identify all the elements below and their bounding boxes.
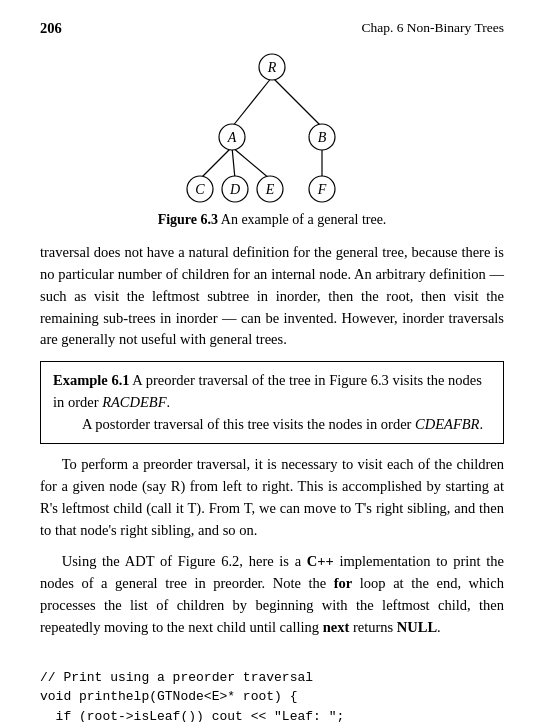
svg-line-1 xyxy=(272,77,322,127)
page-header: 206 Chap. 6 Non-Binary Trees xyxy=(40,18,504,39)
svg-text:A: A xyxy=(227,130,237,145)
paragraph-1: traversal does not have a natural defini… xyxy=(40,242,504,351)
svg-text:R: R xyxy=(267,60,277,75)
svg-text:B: B xyxy=(318,130,327,145)
code-line2: void printhelp(GTNode<E>* root) { xyxy=(40,689,297,704)
for-keyword: for xyxy=(334,575,353,591)
figure-caption-text: An example of a general tree. xyxy=(218,212,386,227)
example-p1-end: . xyxy=(167,394,171,410)
null-keyword: NULL xyxy=(397,619,437,635)
example-p2-end: . xyxy=(479,416,483,432)
figure-caption: Figure 6.3 An example of a general tree. xyxy=(40,210,504,230)
svg-line-2 xyxy=(200,147,232,179)
example-p2: A postorder traversal of this tree visit… xyxy=(82,416,415,432)
svg-text:C: C xyxy=(195,182,205,197)
svg-line-3 xyxy=(232,147,235,179)
example-title: Example 6.1 xyxy=(53,372,130,388)
example-math2: CDEAFBR xyxy=(415,416,479,432)
tree-svg: R A B C D E F xyxy=(152,49,392,204)
svg-text:D: D xyxy=(229,182,240,197)
paragraph-3: Using the ADT of Figure 6.2, here is a C… xyxy=(40,551,504,638)
example-box: Example 6.1 A preorder traversal of the … xyxy=(40,361,504,444)
tree-diagram: R A B C D E F xyxy=(40,49,504,204)
svg-line-4 xyxy=(232,147,270,179)
page-number: 206 xyxy=(40,18,62,39)
code-line1: // Print using a preorder traversal xyxy=(40,670,313,685)
example-math1: RACDEBF xyxy=(102,394,166,410)
next-keyword: next xyxy=(323,619,350,635)
paragraph-2: To perform a preorder traversal, it is n… xyxy=(40,454,504,541)
code-line3: if (root->isLeaf()) cout << "Leaf: "; xyxy=(40,709,344,722)
svg-text:E: E xyxy=(265,182,275,197)
svg-line-0 xyxy=(232,77,272,127)
code-block: // Print using a preorder traversal void… xyxy=(40,648,504,722)
svg-text:F: F xyxy=(317,182,327,197)
figure-caption-bold: Figure 6.3 xyxy=(158,212,218,227)
chapter-title: Chap. 6 Non-Binary Trees xyxy=(362,18,505,38)
